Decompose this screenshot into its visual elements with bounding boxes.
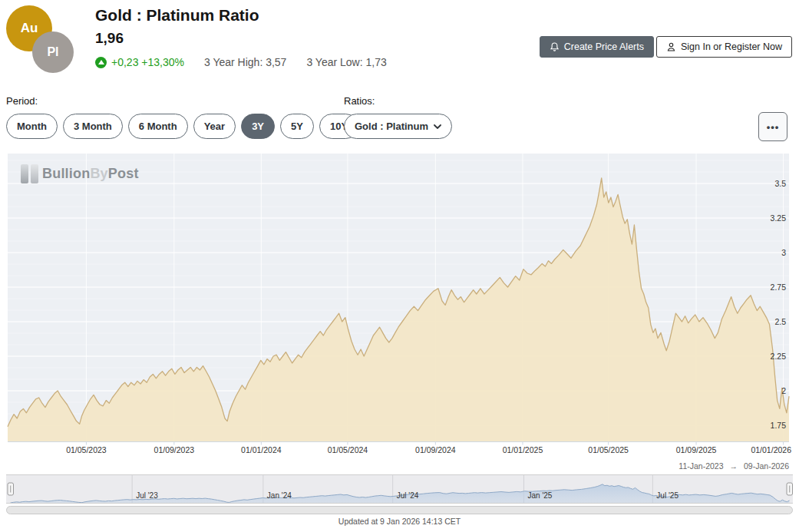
period-pill-6-month[interactable]: 6 Month xyxy=(128,114,188,139)
svg-text:Jul '24: Jul '24 xyxy=(397,491,419,500)
ratio-dropdown[interactable]: Gold : Platinum xyxy=(344,114,452,139)
platinum-symbol-label: Pl xyxy=(47,45,58,59)
period-pill-year[interactable]: Year xyxy=(193,114,236,139)
updated-timestamp: Updated at 9 Jan 2026 14:13 CET xyxy=(0,517,799,526)
svg-text:Jan '25: Jan '25 xyxy=(527,491,552,500)
navigator-handle-right[interactable] xyxy=(787,483,793,495)
range-navigator[interactable]: Jul '23Jan '24Jul '24Jan '25Jul '25 xyxy=(0,474,799,505)
current-ratio-value: 1,96 xyxy=(95,30,124,47)
svg-text:2.75: 2.75 xyxy=(771,283,787,292)
person-icon xyxy=(666,41,676,52)
up-arrow-icon xyxy=(95,57,107,68)
bullionbypost-logo: BullionByPost xyxy=(21,164,139,183)
logo-text: BullionByPost xyxy=(42,166,139,182)
svg-text:2: 2 xyxy=(781,386,786,395)
change-indicator: +0,23 +13,30% xyxy=(95,56,184,68)
header-buttons: Create Price Alerts Sign In or Register … xyxy=(540,36,792,58)
svg-text:Jul '25: Jul '25 xyxy=(656,491,678,500)
page: Au Pl Gold : Platinum Ratio 1,96 +0,23 +… xyxy=(0,0,799,532)
period-label: Period: xyxy=(6,95,38,107)
svg-text:01/05/2023: 01/05/2023 xyxy=(66,445,107,454)
three-year-low: 3 Year Low: 1,73 xyxy=(306,56,386,68)
navigator-handle-left[interactable] xyxy=(8,483,14,495)
sign-in-button[interactable]: Sign In or Register Now xyxy=(656,36,792,58)
main-chart[interactable]: 1.7522.252.52.7533.253.501/05/202301/09/… xyxy=(0,152,799,461)
ratio-dropdown-value: Gold : Platinum xyxy=(355,121,428,132)
period-pill-5y[interactable]: 5Y xyxy=(280,114,314,139)
svg-text:01/05/2025: 01/05/2025 xyxy=(588,445,629,454)
chevron-down-icon xyxy=(434,124,441,129)
svg-text:01/09/2023: 01/09/2023 xyxy=(154,445,195,454)
sign-in-label: Sign In or Register Now xyxy=(681,41,782,52)
svg-text:01/01/2024: 01/01/2024 xyxy=(241,445,282,454)
svg-text:2.5: 2.5 xyxy=(774,317,786,326)
chart-scrollbar[interactable] xyxy=(6,506,793,514)
platinum-symbol-badge: Pl xyxy=(32,31,74,73)
gold-symbol-label: Au xyxy=(21,21,38,36)
chart-menu-button[interactable]: ••• xyxy=(758,112,787,141)
svg-text:2.25: 2.25 xyxy=(771,352,787,361)
create-price-alerts-button[interactable]: Create Price Alerts xyxy=(540,36,654,58)
svg-text:1.75: 1.75 xyxy=(771,421,787,430)
page-title: Gold : Platinum Ratio xyxy=(95,6,259,25)
period-pill-3y[interactable]: 3Y xyxy=(241,114,275,139)
range-arrow-icon: → xyxy=(730,461,738,471)
date-range-label: 11-Jan-2023 → 09-Jan-2026 xyxy=(678,461,789,471)
svg-text:3.25: 3.25 xyxy=(771,213,787,223)
svg-text:01/09/2024: 01/09/2024 xyxy=(415,445,456,454)
period-pill-month[interactable]: Month xyxy=(6,114,58,139)
stats-row: +0,23 +13,30% 3 Year High: 3,57 3 Year L… xyxy=(95,56,387,68)
svg-text:01/09/2025: 01/09/2025 xyxy=(676,445,717,454)
ratios-label: Ratios: xyxy=(344,95,375,107)
change-text: +0,23 +13,30% xyxy=(111,56,184,68)
svg-text:01/05/2024: 01/05/2024 xyxy=(328,445,368,454)
range-end: 09-Jan-2026 xyxy=(744,461,789,471)
three-year-high: 3 Year High: 3,57 xyxy=(204,56,286,68)
svg-text:01/01/2025: 01/01/2025 xyxy=(503,445,543,454)
svg-text:3: 3 xyxy=(781,248,786,257)
svg-text:3.5: 3.5 xyxy=(774,179,786,188)
svg-text:01/01/2026: 01/01/2026 xyxy=(751,445,791,454)
svg-text:Jan '24: Jan '24 xyxy=(267,491,292,500)
svg-text:Jul '23: Jul '23 xyxy=(136,491,158,500)
range-start: 11-Jan-2023 xyxy=(678,461,723,471)
period-pill-3-month[interactable]: 3 Month xyxy=(63,114,123,139)
bell-icon xyxy=(550,41,560,52)
logo-bars-icon xyxy=(21,164,38,183)
create-price-alerts-label: Create Price Alerts xyxy=(564,41,644,52)
